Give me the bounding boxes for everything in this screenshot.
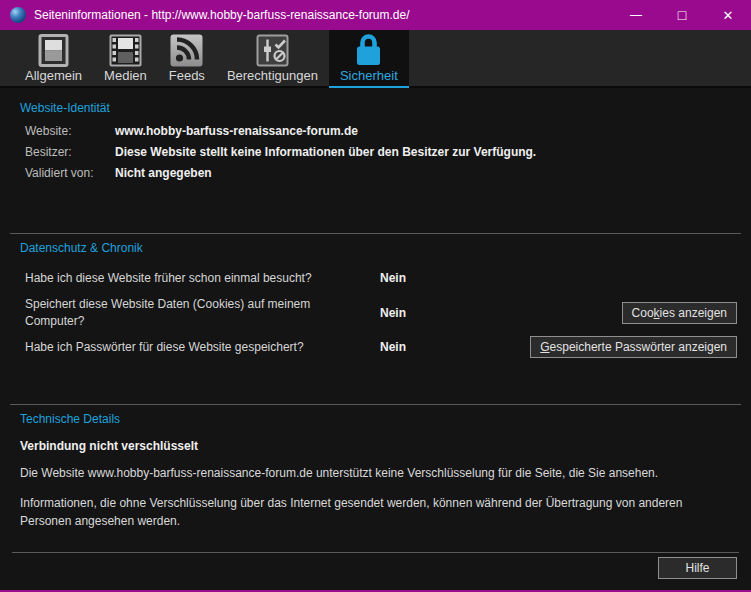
passwords-question: Habe ich Passwörter für diese Website ge…	[25, 339, 360, 356]
cookies-question: Speichert diese Website Daten (Cookies) …	[25, 296, 360, 329]
tab-label: Berechtigungen	[227, 68, 318, 83]
window-controls: — □ ✕	[613, 0, 751, 30]
owner-value: Diese Website stellt keine Informationen…	[115, 145, 737, 159]
website-value: www.hobby-barfuss-renaissance-forum.de	[115, 124, 737, 138]
tab-label: Allgemein	[25, 68, 82, 83]
close-button[interactable]: ✕	[705, 0, 751, 30]
website-label: Website:	[20, 124, 115, 138]
tab-allgemein[interactable]: Allgemein	[14, 30, 93, 88]
page-icon	[38, 34, 69, 67]
rss-icon	[170, 34, 203, 67]
tab-label: Sicherheit	[340, 68, 398, 83]
verified-by-value: Nicht angegeben	[115, 166, 737, 180]
minimize-button[interactable]: —	[613, 0, 659, 30]
tab-sicherheit[interactable]: Sicherheit	[329, 30, 409, 88]
page-info-dialog: Seiteninformationen - http://www.hobby-b…	[0, 0, 751, 592]
footer: Hilfe	[20, 552, 737, 590]
tab-strip: Allgemein Medien	[0, 30, 751, 88]
verified-by-label: Validiert von:	[20, 166, 115, 180]
firefox-icon	[10, 7, 26, 23]
lock-icon	[353, 32, 384, 67]
connection-status: Verbindung nicht verschlüsselt	[20, 439, 737, 453]
tab-label: Medien	[104, 68, 147, 83]
owner-label: Besitzer:	[20, 145, 115, 159]
view-saved-passwords-button[interactable]: Gespeicherte Passwörter anzeigen	[530, 336, 737, 358]
cookies-row: Speichert diese Website Daten (Cookies) …	[20, 296, 737, 329]
divider	[10, 233, 741, 234]
maximize-button[interactable]: □	[659, 0, 705, 30]
technical-paragraph-2: Informationen, die ohne Verschlüsselung …	[20, 494, 732, 531]
passwords-answer: Nein	[360, 340, 530, 354]
privacy-table: Habe ich diese Website früher schon einm…	[20, 265, 737, 360]
tab-medien[interactable]: Medien	[93, 30, 158, 88]
divider	[10, 404, 741, 405]
technical-heading: Technische Details	[20, 412, 737, 426]
window-title: Seiteninformationen - http://www.hobby-b…	[34, 8, 410, 22]
technical-paragraph-1: Die Website www.hobby-barfuss-renaissanc…	[20, 464, 732, 483]
tab-berechtigungen[interactable]: Berechtigungen	[216, 30, 329, 88]
tab-label: Feeds	[169, 68, 205, 83]
identity-heading: Website-Identität	[20, 101, 737, 115]
permissions-icon	[256, 34, 289, 67]
film-icon	[109, 34, 142, 67]
identity-table: Website: www.hobby-barfuss-renaissance-f…	[20, 124, 737, 180]
help-button[interactable]: Hilfe	[658, 557, 737, 579]
privacy-heading: Datenschutz & Chronik	[20, 241, 737, 255]
visited-question: Habe ich diese Website früher schon einm…	[25, 270, 360, 287]
passwords-row: Habe ich Passwörter für diese Website ge…	[20, 334, 737, 360]
tab-feeds[interactable]: Feeds	[158, 30, 216, 88]
visited-row: Habe ich diese Website früher schon einm…	[20, 265, 737, 291]
visited-answer: Nein	[360, 271, 737, 285]
cookies-answer: Nein	[360, 306, 622, 320]
titlebar: Seiteninformationen - http://www.hobby-b…	[0, 0, 751, 30]
security-panel: Website-Identität Website: www.hobby-bar…	[0, 88, 751, 590]
view-cookies-button[interactable]: Cookies anzeigen	[622, 302, 737, 324]
